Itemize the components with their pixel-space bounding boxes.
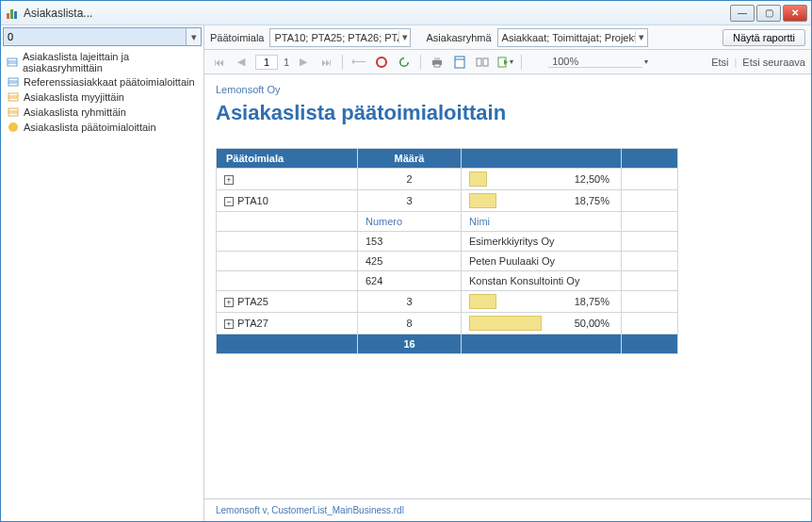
- table-row: +PTA27850,00%: [217, 313, 678, 334]
- report-toolbar: ⏮ ◀ 1 ▶ ⏭ ⟵ ▾ 100% ▾: [204, 50, 811, 74]
- back-button[interactable]: ⟵: [350, 54, 367, 71]
- report-company: Lemonsoft Oy: [204, 74, 811, 97]
- first-page-button[interactable]: ⏮: [210, 54, 227, 71]
- col-industry: Päätoimiala: [217, 149, 358, 169]
- sidebar-item-label: Referenssiasiakkaat päätoimialoittain: [24, 76, 195, 88]
- expand-toggle[interactable]: −: [224, 197, 234, 206]
- sidebar-search: ▾: [3, 27, 202, 46]
- table-row: +212,50%: [217, 169, 678, 190]
- app-window: Asiakaslista... — ▢ ✕ ▾ Asiakaslista laj…: [0, 0, 812, 522]
- cell-number: 153: [358, 232, 462, 252]
- find-button[interactable]: Etsi: [711, 57, 728, 68]
- disc-icon: [7, 121, 20, 134]
- run-report-button[interactable]: Näytä raportti: [723, 29, 805, 46]
- layout-button[interactable]: [451, 54, 468, 71]
- cell-number: 624: [358, 271, 462, 291]
- subcol-number: Numero: [358, 212, 462, 232]
- total-row: 16: [217, 334, 678, 354]
- sidebar-item-label: Asiakaslista ryhmittäin: [24, 106, 126, 118]
- cell-name: Esimerkkiyritys Oy: [462, 232, 622, 252]
- filter-industry-value: PTA10; PTA25; PTA26; PTA27: [270, 32, 398, 43]
- table-row: +PTA25318,75%: [217, 291, 678, 313]
- svg-rect-3: [8, 58, 17, 66]
- status-text: Lemonsoft v, CustomerList_MainBusiness.r…: [216, 505, 404, 515]
- list-icon: [7, 75, 20, 89]
- window-title: Asiakaslista...: [24, 7, 730, 20]
- svg-rect-2: [14, 11, 17, 19]
- filter-group-combo[interactable]: Asiakkaat; Toimittajat; Projekti; ▾: [497, 28, 648, 47]
- row-count: 8: [358, 313, 462, 334]
- sidebar-search-dropdown[interactable]: ▾: [186, 28, 201, 45]
- row-count: 3: [358, 190, 462, 212]
- chevron-down-icon[interactable]: ▾: [398, 31, 410, 43]
- status-bar: Lemonsoft v, CustomerList_MainBusiness.r…: [204, 498, 811, 521]
- doc-icon: [7, 106, 20, 119]
- row-count: 2: [358, 169, 462, 190]
- sub-header-row: NumeroNimi: [217, 212, 678, 232]
- total-count: 16: [358, 334, 462, 354]
- svg-rect-22: [477, 58, 481, 66]
- svg-rect-19: [434, 64, 440, 67]
- filter-group-value: Asiakkaat; Toimittajat; Projekti;: [498, 32, 635, 43]
- stop-button[interactable]: [373, 54, 390, 71]
- sidebar-item-label: Asiakaslista lajeittain ja asiakasryhmit…: [23, 51, 198, 73]
- svg-rect-18: [434, 57, 440, 60]
- filter-industry-label: Päätoimiala: [210, 32, 264, 43]
- expand-toggle[interactable]: +: [224, 298, 234, 307]
- row-bar: 12,50%: [462, 169, 622, 190]
- doc-icon: [7, 90, 20, 104]
- prev-page-button[interactable]: ◀: [233, 54, 250, 71]
- svg-rect-6: [8, 78, 18, 86]
- print-button[interactable]: [429, 54, 446, 71]
- row-label: PTA10: [237, 195, 268, 206]
- table-row: 624Konstan Konsultointi Oy: [217, 271, 678, 291]
- sidebar-list: Asiakaslista lajeittain ja asiakasryhmit…: [1, 48, 203, 521]
- filter-group-label: Asiakasryhmä: [426, 32, 491, 43]
- close-button[interactable]: ✕: [783, 5, 807, 22]
- expand-toggle[interactable]: +: [224, 319, 234, 329]
- row-bar: 50,00%: [462, 313, 622, 334]
- svg-rect-9: [8, 93, 18, 101]
- table-row: 153Esimerkkiyritys Oy: [217, 232, 678, 252]
- sidebar-search-input[interactable]: [4, 28, 186, 45]
- col-extra: [622, 149, 678, 169]
- svg-rect-1: [10, 9, 13, 19]
- main: Päätoimiala PTA10; PTA25; PTA26; PTA27 ▾…: [204, 25, 811, 521]
- row-count: 3: [358, 291, 462, 313]
- sidebar: ▾ Asiakaslista lajeittain ja asiakasryhm…: [1, 25, 204, 521]
- last-page-button[interactable]: ⏭: [317, 54, 334, 71]
- minimize-button[interactable]: —: [730, 5, 755, 22]
- sidebar-item[interactable]: Asiakaslista myyjittäin: [5, 90, 200, 105]
- row-label: PTA27: [237, 318, 268, 329]
- page-setup-button[interactable]: [474, 54, 491, 71]
- expand-toggle[interactable]: +: [224, 175, 234, 185]
- page-current-input[interactable]: [255, 55, 278, 70]
- sidebar-item[interactable]: Asiakaslista lajeittain ja asiakasryhmit…: [5, 50, 200, 74]
- zoom-value: 100%: [548, 56, 642, 68]
- export-button[interactable]: ▾: [496, 54, 513, 71]
- chevron-down-icon[interactable]: ▾: [644, 57, 648, 66]
- cell-name: Konstan Konsultointi Oy: [462, 271, 622, 291]
- sidebar-item[interactable]: Asiakaslista päätoimialoittain: [5, 120, 200, 135]
- maximize-button[interactable]: ▢: [756, 5, 781, 22]
- sidebar-item[interactable]: Asiakaslista ryhmittäin: [5, 105, 200, 120]
- chevron-down-icon[interactable]: ▾: [635, 31, 647, 43]
- filter-industry-combo[interactable]: PTA10; PTA25; PTA26; PTA27 ▾: [269, 28, 411, 47]
- zoom-control[interactable]: 100% ▾: [548, 56, 648, 68]
- body: ▾ Asiakaslista lajeittain ja asiakasryhm…: [1, 25, 811, 521]
- report-title: Asiakaslista päätoimialoittain: [204, 97, 811, 148]
- row-bar: 18,75%: [462, 190, 622, 212]
- filter-bar: Päätoimiala PTA10; PTA25; PTA26; PTA27 ▾…: [204, 25, 811, 50]
- svg-point-16: [377, 57, 386, 67]
- sidebar-item-label: Asiakaslista myyjittäin: [24, 91, 124, 103]
- find-next-button[interactable]: Etsi seuraava: [742, 57, 805, 68]
- refresh-button[interactable]: [396, 54, 413, 71]
- report-viewport[interactable]: Lemonsoft Oy Asiakaslista päätoimialoitt…: [204, 74, 811, 498]
- next-page-button[interactable]: ▶: [295, 54, 312, 71]
- report-table: Päätoimiala Määrä +212,50%−PTA10318,75%N…: [216, 148, 678, 354]
- page-total: 1: [284, 57, 289, 68]
- svg-rect-0: [7, 13, 9, 19]
- svg-point-15: [8, 122, 18, 132]
- titlebar: Asiakaslista... — ▢ ✕: [1, 1, 811, 25]
- sidebar-item[interactable]: Referenssiasiakkaat päätoimialoittain: [5, 74, 200, 90]
